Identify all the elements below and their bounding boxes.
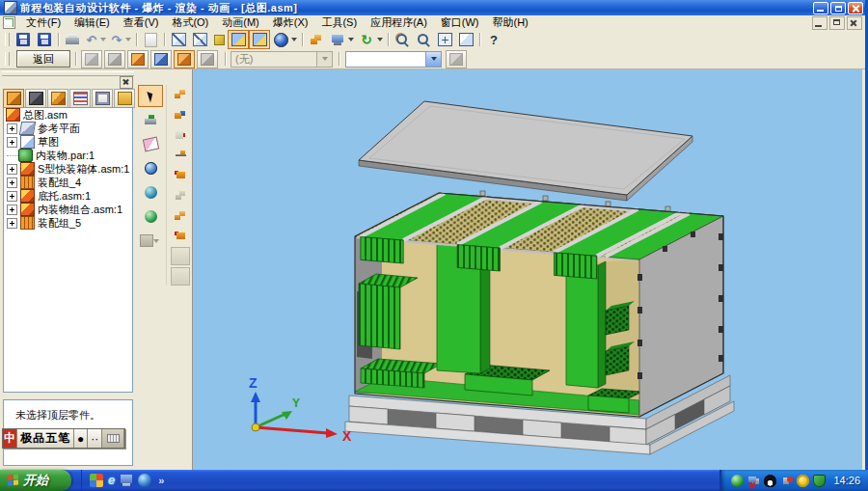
coin-tray-icon[interactable] (797, 475, 809, 487)
menu-format[interactable]: 格式(O) (165, 14, 215, 31)
expand-icon[interactable] (7, 218, 17, 229)
zoom-area-button[interactable] (392, 30, 413, 49)
bind-parts-button[interactable] (127, 50, 149, 68)
tab-family[interactable] (47, 89, 68, 108)
close-button[interactable] (848, 2, 863, 14)
tab-layers[interactable] (25, 89, 46, 108)
tree-row[interactable]: S型快装箱体.asm:1 (4, 162, 132, 176)
undo-button[interactable]: ↶ (83, 30, 100, 49)
tab-library[interactable] (114, 89, 135, 108)
named-views-button[interactable] (327, 30, 348, 49)
menu-view[interactable]: 查看(V) (117, 14, 166, 31)
erase-button[interactable] (138, 133, 163, 155)
refresh-dropdown[interactable] (377, 38, 383, 41)
ime-punct-toggle[interactable]: ·· (88, 429, 102, 448)
restore-button[interactable] (830, 2, 846, 14)
undo-dropdown[interactable] (100, 38, 106, 41)
redo-dropdown[interactable] (125, 38, 131, 41)
explode-group-button[interactable] (170, 227, 191, 245)
explode-tool-button[interactable] (306, 30, 327, 49)
mdi-close-button[interactable] (847, 16, 862, 30)
expand-icon[interactable] (7, 164, 17, 175)
menu-explode[interactable]: 爆炸(X) (266, 14, 315, 31)
mdi-restore-button[interactable] (829, 16, 845, 30)
menu-animation[interactable]: 动画(M) (215, 14, 266, 31)
named-views-dropdown[interactable] (348, 38, 354, 41)
hidden-edge-view-button[interactable] (189, 30, 210, 49)
menu-help[interactable]: 帮助(H) (486, 14, 535, 31)
tab-pathfinder[interactable] (3, 89, 24, 108)
network-status-icon[interactable] (747, 475, 760, 487)
viewport-canvas[interactable]: Z Y X (192, 69, 862, 470)
solid-box-button[interactable] (210, 30, 228, 49)
messenger-tray-icon[interactable] (731, 475, 744, 487)
tree-row[interactable]: 草图 (4, 135, 132, 149)
start-button[interactable]: 开始 (0, 470, 71, 491)
context-help-button[interactable]: ? (483, 30, 504, 49)
qq-tray-icon[interactable] (764, 475, 776, 487)
explode-unify-button[interactable] (170, 105, 191, 123)
document-icon[interactable] (3, 16, 15, 29)
security-shield-icon[interactable] (813, 475, 826, 487)
render-mode-dropdown[interactable] (291, 38, 297, 41)
previous-view-button[interactable] (455, 30, 476, 49)
config-apply-button[interactable] (446, 50, 467, 68)
disabled-tool-button[interactable] (138, 230, 163, 252)
panel-splitter[interactable] (3, 394, 133, 398)
paste-button[interactable] (140, 30, 161, 49)
minimize-button[interactable] (813, 2, 828, 14)
menu-tools[interactable]: 工具(S) (314, 14, 364, 31)
save-button[interactable] (13, 30, 34, 49)
menu-file[interactable]: 文件(F) (19, 14, 68, 31)
quick-launch-overflow[interactable]: » (158, 475, 164, 486)
animation-select-arrow[interactable] (316, 52, 332, 67)
shaded-edges-view-button[interactable] (249, 30, 270, 49)
menu-applications[interactable]: 应用程序(A) (364, 14, 434, 31)
auto-explode-button[interactable] (81, 50, 102, 68)
tree-row[interactable]: 参考平面 (4, 122, 132, 135)
back-button[interactable]: 返回 (16, 50, 70, 68)
media-app-icon[interactable] (90, 474, 103, 487)
mdi-minimize-button[interactable] (812, 16, 827, 30)
menu-edit[interactable]: 编辑(E) (68, 14, 117, 31)
render-scene-button[interactable] (138, 181, 163, 204)
tree-row[interactable]: 内装物组合.asm:1 (4, 203, 132, 216)
fit-view-button[interactable] (434, 30, 455, 49)
ime-name-button[interactable]: 极品五笔 (17, 429, 74, 448)
render-mode-button[interactable] (270, 30, 291, 49)
explode-settings-button[interactable] (197, 50, 218, 68)
restore-view-button[interactable] (170, 267, 191, 286)
shaded-view-button[interactable] (228, 30, 249, 49)
print-button[interactable] (62, 30, 83, 49)
refresh-button[interactable]: ↻ (356, 30, 377, 49)
tool-dropdown[interactable] (153, 239, 159, 243)
toolbar-grip[interactable] (5, 33, 10, 46)
tree-row[interactable]: 装配组_4 (4, 176, 132, 189)
config-select[interactable] (345, 51, 442, 68)
internet-explorer-icon[interactable]: e (108, 474, 115, 487)
expand-icon[interactable] (7, 205, 17, 215)
wireframe-view-button[interactable] (168, 30, 189, 49)
zoom-button[interactable] (413, 30, 434, 49)
explode-part-button[interactable] (170, 166, 191, 184)
lid-panel[interactable] (359, 101, 692, 201)
save-as-button[interactable] (34, 30, 55, 49)
tree-row[interactable]: 底托.asm:1 (4, 189, 132, 203)
animation-editor-button[interactable] (174, 50, 195, 68)
ime-keyboard-button[interactable] (102, 429, 124, 448)
tree-row-root[interactable]: 总图.asm (4, 108, 132, 122)
activate-part-button[interactable] (138, 109, 163, 131)
explode-move-button[interactable] (170, 125, 191, 144)
panel-grip[interactable] (2, 71, 134, 76)
redo-button[interactable]: ↷ (108, 30, 125, 49)
tab-sensors[interactable] (92, 89, 113, 108)
crate-body[interactable] (345, 191, 734, 454)
render-material-button[interactable] (138, 205, 163, 228)
explode-auto-button[interactable] (170, 85, 191, 103)
browser-globe-icon[interactable] (138, 474, 151, 487)
animation-select[interactable]: (无) (231, 51, 333, 68)
tree-row[interactable]: 装配组_5 (4, 216, 132, 230)
ime-shape-toggle[interactable]: ● (74, 429, 88, 448)
render-setup-button[interactable] (138, 157, 163, 179)
tree-row[interactable]: 内装物.par:1 (4, 149, 132, 162)
